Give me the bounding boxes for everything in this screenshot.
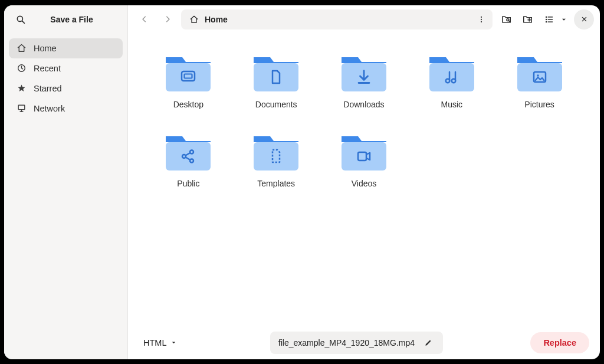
folder-item[interactable]: Music [412,48,491,113]
filename-bar: file_example_MP4_1920_18MG.mp4 [270,332,443,354]
folder-label: Templates [257,179,295,188]
folder-item[interactable]: Desktop [149,48,228,113]
sidebar-item-recent[interactable]: Recent [9,58,123,78]
folder-label: Pictures [524,100,554,109]
format-selector[interactable]: HTML [139,335,182,351]
folder-icon [514,51,566,95]
folder-icon [338,130,390,174]
folder-new-icon [522,14,533,25]
sidebar-item-starred[interactable]: Starred [9,78,123,99]
recent-icon [16,63,27,74]
folder-item[interactable]: Videos [325,127,403,192]
star-icon [16,83,27,94]
caret-down-icon [170,339,178,346]
folder-search-icon [501,14,512,25]
folder-icon [250,130,302,174]
search-icon [15,14,26,25]
main-panel: Home DesktopDocumentsDownloadsMusicPictu… [128,5,600,359]
folder-label: Videos [352,179,377,188]
sidebar-item-label: Recent [34,64,61,73]
sidebar-list: Home Recent Starred Network [4,34,127,123]
view-mode-button[interactable] [541,9,557,29]
folder-icon [250,51,302,95]
filename-text: file_example_MP4_1920_18MG.mp4 [278,338,415,347]
network-icon [16,103,27,114]
folder-label: Music [441,100,463,109]
kebab-icon [477,15,486,24]
search-folder-button[interactable] [496,9,516,29]
toolbar: Home [128,5,600,34]
folder-item[interactable]: Documents [237,48,316,113]
list-view-icon [544,14,554,25]
folder-label: Desktop [173,100,203,109]
caret-down-icon [560,15,568,24]
format-label: HTML [143,338,166,347]
sidebar-item-label: Network [34,104,65,113]
path-label: Home [205,15,228,24]
replace-button[interactable]: Replace [530,332,589,353]
view-mode-menu-button[interactable] [557,9,570,29]
path-menu-button[interactable] [474,12,489,27]
home-icon [16,43,27,54]
sidebar-header: Save a File [4,5,127,34]
filename-edit-button[interactable] [422,336,435,349]
folder-label: Documents [255,100,297,109]
save-file-dialog: Save a File Home Recent Starred Network [4,5,600,359]
close-button[interactable] [574,9,594,29]
folder-grid: DesktopDocumentsDownloadsMusicPicturesPu… [128,34,600,326]
close-icon [580,15,589,24]
back-button[interactable] [134,9,154,29]
pencil-icon [424,338,433,347]
path-bar[interactable]: Home [181,9,493,29]
folder-item[interactable]: Downloads [325,48,403,113]
folder-icon [162,130,214,174]
folder-label: Public [177,179,199,188]
folder-label: Downloads [343,100,384,109]
folder-item[interactable]: Public [149,127,228,192]
sidebar-item-home[interactable]: Home [9,38,123,58]
sidebar-item-label: Home [34,44,57,53]
folder-icon [338,51,390,95]
new-folder-button[interactable] [517,9,537,29]
sidebar-item-label: Starred [34,84,62,93]
home-icon [189,15,199,24]
search-button[interactable] [14,12,28,27]
chevron-left-icon [139,14,149,24]
folder-item[interactable]: Pictures [500,48,579,113]
folder-icon [162,51,214,95]
window-title: Save a File [37,15,118,24]
sidebar: Save a File Home Recent Starred Network [4,5,128,359]
folder-item[interactable]: Templates [237,127,316,192]
footer: HTML file_example_MP4_1920_18MG.mp4 Repl… [128,326,600,359]
chevron-right-icon [163,14,173,24]
sidebar-item-network[interactable]: Network [9,99,123,119]
forward-button[interactable] [157,9,178,29]
folder-icon [426,51,478,95]
